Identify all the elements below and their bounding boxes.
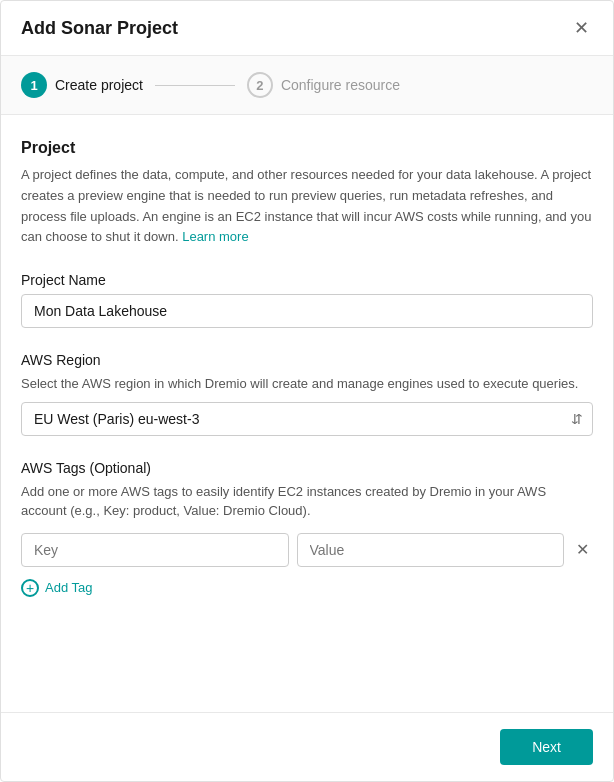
close-icon: ✕: [574, 18, 589, 38]
aws-region-group: AWS Region Select the AWS region in whic…: [21, 352, 593, 436]
add-tag-button[interactable]: + Add Tag: [21, 575, 92, 601]
aws-region-select-wrapper: EU West (Paris) eu-west-3 US East (N. Vi…: [21, 402, 593, 436]
aws-region-helper: Select the AWS region in which Dremio wi…: [21, 374, 593, 394]
tag-remove-button[interactable]: ✕: [572, 538, 593, 562]
project-description: A project defines the data, compute, and…: [21, 165, 593, 248]
tag-row: ✕: [21, 533, 593, 567]
step-1-circle: 1: [21, 72, 47, 98]
aws-tags-title: AWS Tags (Optional): [21, 460, 593, 476]
step-2-circle: 2: [247, 72, 273, 98]
close-button[interactable]: ✕: [570, 17, 593, 39]
project-section: Project A project defines the data, comp…: [21, 139, 593, 248]
step-2: 2 Configure resource: [247, 72, 400, 98]
tag-key-input[interactable]: [21, 533, 289, 567]
step-connector: [155, 85, 235, 86]
project-name-label: Project Name: [21, 272, 593, 288]
learn-more-link[interactable]: Learn more: [182, 229, 248, 244]
modal-header: Add Sonar Project ✕: [1, 1, 613, 56]
tag-value-input[interactable]: [297, 533, 565, 567]
project-name-input[interactable]: [21, 294, 593, 328]
aws-tags-description: Add one or more AWS tags to easily ident…: [21, 482, 593, 521]
add-icon: +: [21, 579, 39, 597]
project-name-group: Project Name: [21, 272, 593, 328]
add-tag-label: Add Tag: [45, 580, 92, 595]
add-sonar-project-modal: Add Sonar Project ✕ 1 Create project 2 C…: [0, 0, 614, 782]
aws-region-select[interactable]: EU West (Paris) eu-west-3 US East (N. Vi…: [21, 402, 593, 436]
step-1-label: Create project: [55, 77, 143, 93]
next-button[interactable]: Next: [500, 729, 593, 765]
modal-body: Project A project defines the data, comp…: [1, 115, 613, 712]
stepper: 1 Create project 2 Configure resource: [1, 56, 613, 115]
modal-title: Add Sonar Project: [21, 18, 178, 39]
project-section-title: Project: [21, 139, 593, 157]
modal-footer: Next: [1, 712, 613, 781]
step-2-label: Configure resource: [281, 77, 400, 93]
step-1: 1 Create project: [21, 72, 143, 98]
aws-tags-section: AWS Tags (Optional) Add one or more AWS …: [21, 460, 593, 601]
close-icon: ✕: [576, 541, 589, 558]
aws-region-label: AWS Region: [21, 352, 593, 368]
